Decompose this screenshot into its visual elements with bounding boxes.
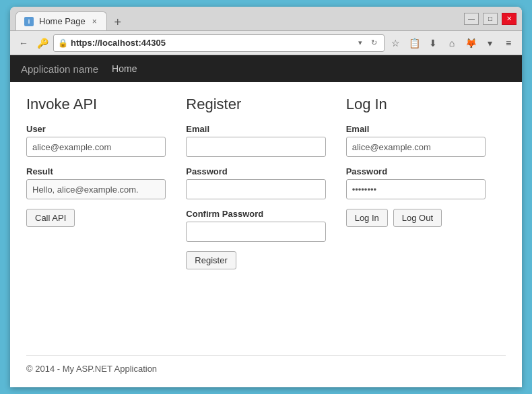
active-tab[interactable]: i Home Page × [15,11,107,30]
login-section: Log In Email Password Log In Log Out [346,96,506,347]
app-navbar: Application name Home [10,55,522,82]
address-bar[interactable]: 🔒 https://localhost:44305 ▾ ↻ [53,34,385,52]
tab-close-button[interactable]: × [91,17,98,26]
register-email-label: Email [186,124,325,134]
tab-title: Home Page [39,16,86,26]
register-confirm-input[interactable] [186,222,325,242]
nav-bar: ← 🔑 🔒 https://localhost:44305 ▾ ↻ ☆ 📋 ⬇ … [10,31,522,55]
window-controls: — □ ✕ [464,13,517,25]
invoke-api-heading: Invoke API [26,96,166,113]
home-nav-link[interactable]: Home [112,63,137,74]
main-content: Invoke API User Result Call API Register… [10,82,522,387]
bookmark-icon[interactable]: ☆ [387,35,403,51]
tab-favicon: i [24,17,34,26]
back-button[interactable]: ← [15,35,32,51]
register-email-input[interactable] [186,137,325,157]
title-bar: i Home Page × + — □ ✕ [10,7,522,31]
login-buttons: Log In Log Out [346,209,486,227]
new-tab-button[interactable]: + [110,14,126,30]
home-icon[interactable]: ⌂ [444,35,460,51]
address-controls: ▾ ↻ [354,37,380,49]
clipboard-icon[interactable]: 📋 [406,35,422,51]
address-text: https://localhost:44305 [71,38,352,48]
register-password-label: Password [186,166,325,176]
footer: © 2014 - My ASP.NET Application [26,355,506,374]
login-email-group: Email [346,124,486,157]
result-label: Result [26,166,166,176]
columns: Invoke API User Result Call API Register… [26,96,506,347]
menu-button[interactable]: ≡ [500,35,517,51]
dropdown-button[interactable]: ▾ [481,35,498,51]
user-form-group: User [26,124,166,157]
lock-icon: 🔒 [58,38,68,48]
register-confirm-group: Confirm Password [186,209,325,242]
login-password-input[interactable] [346,179,486,199]
reload-button[interactable]: ↻ [368,37,380,49]
close-button[interactable]: ✕ [502,13,517,25]
register-heading: Register [186,96,325,113]
toolbar-icons: ☆ 📋 ⬇ ⌂ 🦊 ▾ ≡ [387,35,517,51]
register-password-input[interactable] [186,179,325,199]
result-input[interactable] [26,179,166,199]
footer-text: © 2014 - My ASP.NET Application [26,364,157,374]
extensions-icon[interactable]: 🦊 [463,35,479,51]
key-icon-button[interactable]: 🔑 [34,35,51,51]
invoke-api-section: Invoke API User Result Call API [26,96,186,347]
login-email-label: Email [346,124,486,134]
call-api-button[interactable]: Call API [26,209,75,227]
user-input[interactable] [26,137,166,157]
login-email-input[interactable] [346,137,486,157]
logout-button[interactable]: Log Out [393,209,442,227]
app-name: Application name [21,63,98,75]
login-heading: Log In [346,96,486,113]
tab-area: i Home Page × + [15,7,464,30]
download-icon[interactable]: ⬇ [425,35,441,51]
login-password-group: Password [346,166,486,199]
register-button[interactable]: Register [186,251,236,269]
minimize-button[interactable]: — [464,13,479,25]
register-confirm-label: Confirm Password [186,209,325,219]
login-button[interactable]: Log In [346,209,388,227]
login-password-label: Password [346,166,486,176]
result-form-group: Result [26,166,166,199]
register-email-group: Email [186,124,325,157]
register-section: Register Email Password Confirm Password… [186,96,345,347]
address-dropdown[interactable]: ▾ [354,37,366,49]
user-label: User [26,124,166,134]
maximize-button[interactable]: □ [483,13,498,25]
register-password-group: Password [186,166,325,199]
